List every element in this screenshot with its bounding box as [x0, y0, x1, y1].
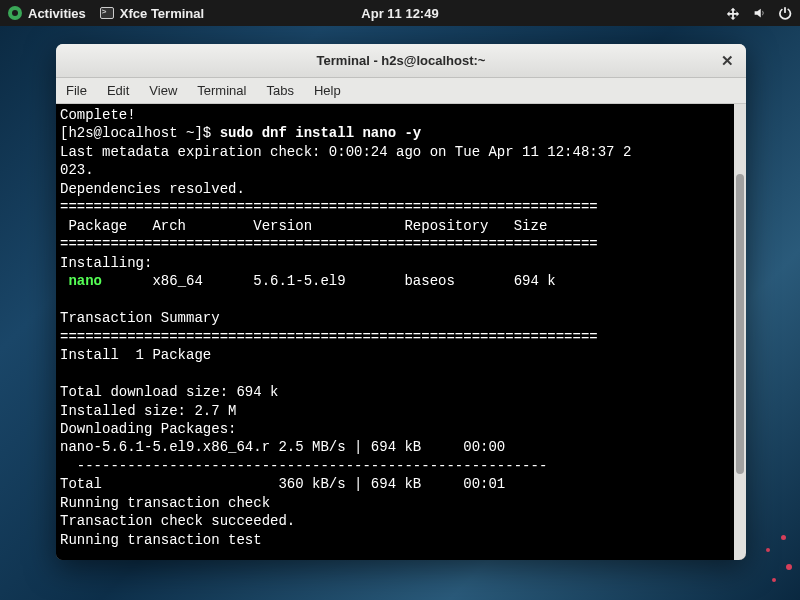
menu-edit[interactable]: Edit: [97, 78, 139, 103]
menu-help[interactable]: Help: [304, 78, 351, 103]
window-title: Terminal - h2s@localhost:~: [317, 53, 486, 68]
menu-terminal[interactable]: Terminal: [187, 78, 256, 103]
app-menu-label: Xfce Terminal: [120, 6, 204, 21]
gnome-topbar: Activities Xfce Terminal Apr 11 12:49: [0, 0, 800, 26]
terminal-output[interactable]: Complete! [h2s@localhost ~]$ sudo dnf in…: [56, 104, 734, 560]
scrollbar[interactable]: [734, 104, 746, 560]
volume-icon[interactable]: [752, 6, 766, 20]
clock[interactable]: Apr 11 12:49: [361, 6, 438, 21]
network-icon[interactable]: [726, 6, 740, 20]
activities-label: Activities: [28, 6, 86, 21]
menubar: File Edit View Terminal Tabs Help: [56, 78, 746, 104]
close-icon: ✕: [721, 52, 734, 70]
clock-label: Apr 11 12:49: [361, 6, 438, 21]
system-tray: [726, 6, 792, 20]
menu-tabs[interactable]: Tabs: [256, 78, 303, 103]
menu-file[interactable]: File: [56, 78, 97, 103]
scrollbar-thumb[interactable]: [736, 174, 744, 474]
close-button[interactable]: ✕: [718, 52, 736, 70]
terminal-icon: [100, 7, 114, 19]
menu-view[interactable]: View: [139, 78, 187, 103]
terminal-window: Terminal - h2s@localhost:~ ✕ File Edit V…: [56, 44, 746, 560]
power-icon[interactable]: [778, 6, 792, 20]
app-menu[interactable]: Xfce Terminal: [100, 6, 204, 21]
window-titlebar[interactable]: Terminal - h2s@localhost:~ ✕: [56, 44, 746, 78]
activities-icon: [8, 6, 22, 20]
activities-button[interactable]: Activities: [8, 6, 86, 21]
